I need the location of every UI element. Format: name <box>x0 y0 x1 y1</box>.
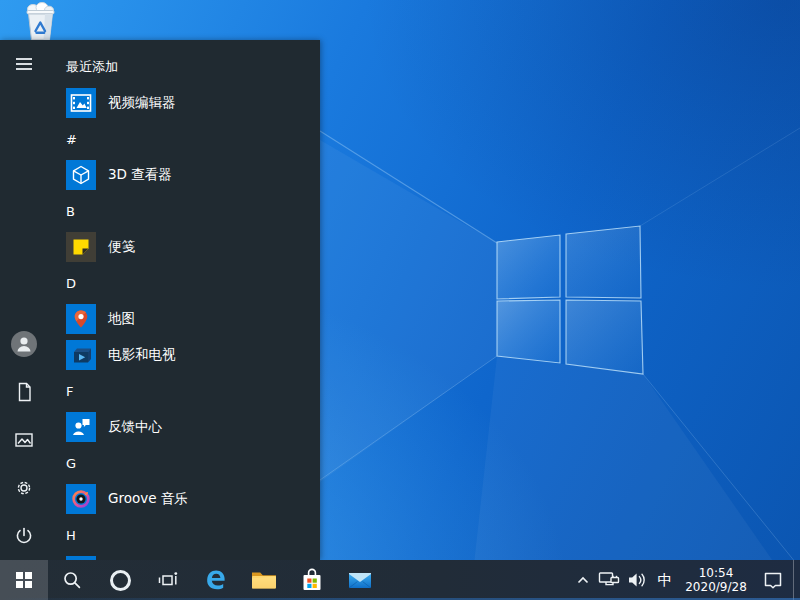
groove-music-icon <box>66 484 96 514</box>
start-menu-app-partial[interactable] <box>48 553 320 560</box>
edge-browser-icon <box>204 568 228 592</box>
clock-time: 10:54 <box>699 566 734 580</box>
app-label: 便笺 <box>108 238 135 256</box>
documents-button[interactable] <box>0 368 48 416</box>
app-label: Groove 音乐 <box>108 490 188 508</box>
video-editor-icon <box>66 88 96 118</box>
power-button[interactable] <box>0 512 48 560</box>
search-icon <box>62 570 82 590</box>
feedback-hub-icon <box>66 412 96 442</box>
app-label: 地图 <box>108 310 135 328</box>
cortana-button[interactable] <box>96 560 144 600</box>
edge-browser-button[interactable] <box>192 560 240 600</box>
section-header-g: G <box>48 445 320 481</box>
start-menu-app-video-editor[interactable]: 视频编辑器 <box>48 85 320 121</box>
sticky-notes-icon <box>66 232 96 262</box>
action-center-icon <box>763 571 783 590</box>
taskbar: 中 10:54 2020/9/28 <box>0 560 800 600</box>
ime-label: 中 <box>658 571 673 590</box>
section-header-recently-added: 最近添加 <box>48 49 320 85</box>
start-menu-app-groove-music[interactable]: Groove 音乐 <box>48 481 320 517</box>
user-avatar-icon <box>10 330 38 358</box>
app-label: 电影和电视 <box>108 346 176 364</box>
start-menu-panel: 最近添加 视频编辑器 # <box>0 40 320 560</box>
app-label: 反馈中心 <box>108 418 162 436</box>
action-center-button[interactable] <box>753 560 793 600</box>
pictures-button[interactable] <box>0 416 48 464</box>
search-button[interactable] <box>48 560 96 600</box>
settings-button[interactable] <box>0 464 48 512</box>
show-desktop-button[interactable] <box>793 560 800 600</box>
start-menu-app-maps[interactable]: 地图 <box>48 301 320 337</box>
recycle-bin-icon[interactable] <box>19 0 61 42</box>
movies-tv-icon <box>66 340 96 370</box>
start-menu-rail <box>0 40 48 560</box>
power-icon <box>14 526 34 546</box>
start-menu-app-movies-tv[interactable]: 电影和电视 <box>48 337 320 373</box>
settings-gear-icon <box>14 478 34 498</box>
section-header-hash: # <box>48 121 320 157</box>
documents-icon <box>14 382 34 402</box>
network-button[interactable] <box>595 560 623 600</box>
ime-indicator[interactable]: 中 <box>651 560 679 600</box>
file-explorer-icon <box>251 569 277 591</box>
maps-icon <box>66 304 96 334</box>
task-view-button[interactable] <box>144 560 192 600</box>
section-header-h: H <box>48 517 320 553</box>
start-windows-icon <box>16 572 32 588</box>
start-menu-app-list: 最近添加 视频编辑器 # <box>48 49 320 560</box>
windows-logo <box>497 226 643 374</box>
system-tray: 中 10:54 2020/9/28 <box>571 560 800 600</box>
hamburger-menu-button[interactable] <box>0 40 48 88</box>
pictures-icon <box>14 430 34 450</box>
network-ethernet-icon <box>598 571 620 589</box>
hidden-icons-chevron <box>577 576 589 584</box>
3d-viewer-icon <box>66 160 96 190</box>
start-button[interactable] <box>0 560 48 600</box>
mail-icon <box>347 570 373 590</box>
section-header-d: D <box>48 265 320 301</box>
clock[interactable]: 10:54 2020/9/28 <box>679 560 753 600</box>
app-label: 3D 查看器 <box>108 166 172 184</box>
user-account-button[interactable] <box>0 320 48 368</box>
windows-desktop: 最近添加 视频编辑器 # <box>0 0 800 600</box>
start-menu-app-3d-viewer[interactable]: 3D 查看器 <box>48 157 320 193</box>
hamburger-menu-icon <box>15 57 33 71</box>
microsoft-store-button[interactable] <box>288 560 336 600</box>
clock-date: 2020/9/28 <box>685 580 747 594</box>
file-explorer-button[interactable] <box>240 560 288 600</box>
section-header-b: B <box>48 193 320 229</box>
cortana-icon <box>110 570 131 591</box>
mail-button[interactable] <box>336 560 384 600</box>
section-header-f: F <box>48 373 320 409</box>
hidden-icons-button[interactable] <box>571 560 595 600</box>
start-menu-app-feedback-hub[interactable]: 反馈中心 <box>48 409 320 445</box>
microsoft-store-icon <box>300 567 324 593</box>
app-label: 视频编辑器 <box>108 94 176 112</box>
volume-button[interactable] <box>623 560 651 600</box>
task-view-icon <box>157 570 179 590</box>
start-menu-app-sticky-notes[interactable]: 便笺 <box>48 229 320 265</box>
volume-icon <box>627 572 647 588</box>
